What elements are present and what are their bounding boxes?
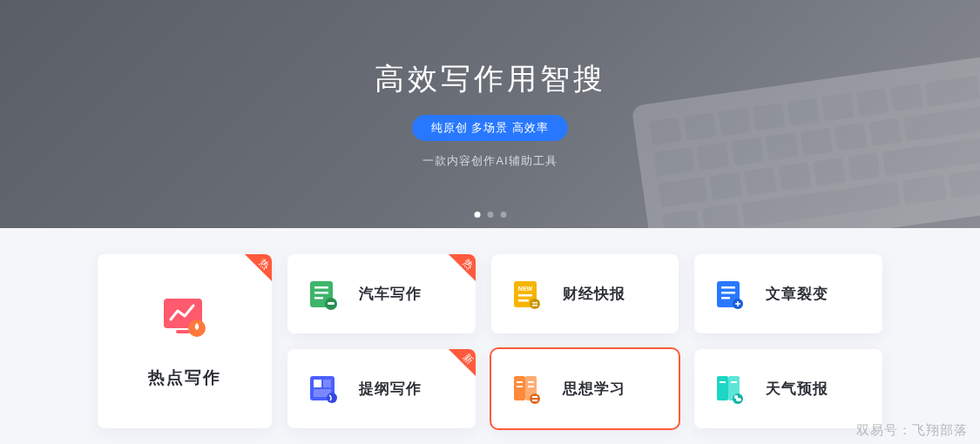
car-doc-icon (307, 278, 340, 311)
card-finance-news[interactable]: NEW 财经快报 (491, 254, 679, 333)
svg-rect-61 (528, 386, 534, 387)
svg-rect-65 (717, 376, 728, 400)
svg-rect-45 (532, 305, 537, 306)
svg-rect-60 (517, 386, 523, 387)
svg-rect-63 (532, 396, 537, 398)
card-title: 天气预报 (766, 379, 828, 399)
svg-rect-14 (800, 128, 833, 156)
card-title: 提纲写作 (359, 379, 422, 399)
card-title: 财经快报 (563, 284, 625, 304)
svg-rect-11 (697, 142, 730, 170)
new-corner-badge: 新 (437, 349, 476, 387)
svg-rect-59 (528, 381, 534, 383)
svg-rect-56 (514, 376, 525, 400)
svg-rect-36 (314, 297, 323, 299)
outline-icon (307, 373, 340, 406)
hero-banner: 高效写作用智搜 纯原创 多场景 高效率 一款内容创作AI辅助工具 (0, 0, 980, 228)
svg-rect-48 (721, 292, 735, 294)
carousel-dots[interactable] (474, 212, 506, 218)
svg-rect-64 (532, 400, 537, 401)
hot-corner-badge: 热 (437, 254, 476, 293)
svg-rect-6 (821, 93, 855, 121)
card-car-writing[interactable]: 热 汽车写作 (287, 254, 476, 333)
svg-rect-42 (518, 299, 529, 302)
svg-point-71 (736, 398, 741, 401)
svg-point-43 (530, 299, 540, 309)
svg-rect-21 (779, 162, 812, 190)
card-title: 汽车写作 (359, 284, 422, 304)
svg-rect-2 (684, 112, 717, 140)
weather-icon (713, 373, 747, 406)
svg-rect-1 (649, 118, 682, 145)
svg-point-62 (530, 394, 540, 404)
svg-rect-47 (721, 286, 735, 289)
svg-rect-53 (323, 380, 331, 387)
svg-rect-5 (787, 98, 821, 125)
svg-rect-13 (766, 132, 799, 160)
svg-rect-38 (328, 302, 335, 305)
svg-rect-67 (720, 381, 726, 383)
card-title: 文章裂变 (766, 284, 828, 304)
card-title: 思想学习 (563, 379, 625, 399)
card-title: 热点写作 (148, 367, 221, 389)
hot-writing-icon (160, 293, 209, 342)
card-weather-forecast[interactable]: 天气预报 (694, 349, 882, 428)
svg-rect-31 (176, 330, 190, 333)
hot-corner-badge: 热 (233, 254, 272, 293)
svg-rect-22 (813, 158, 846, 185)
svg-rect-58 (517, 381, 523, 383)
svg-rect-52 (314, 380, 321, 387)
card-hot-writing[interactable]: 热 热点写作 (98, 254, 272, 428)
svg-rect-12 (731, 138, 764, 165)
hero-badge: 纯原创 多场景 高效率 (412, 115, 568, 141)
svg-rect-16 (869, 118, 902, 146)
svg-rect-20 (744, 167, 777, 195)
split-doc-icon (713, 278, 747, 311)
book-icon (510, 373, 544, 406)
svg-rect-34 (314, 286, 328, 289)
svg-rect-23 (848, 152, 881, 180)
dot-2[interactable] (487, 212, 493, 218)
svg-text:NEW: NEW (518, 286, 533, 292)
card-thought-study[interactable]: 思想学习 (491, 349, 679, 428)
svg-rect-68 (731, 381, 737, 383)
dot-1[interactable] (474, 212, 480, 218)
svg-rect-15 (835, 123, 868, 151)
svg-rect-7 (856, 88, 889, 116)
card-outline-writing[interactable]: 新 提纲写作 (287, 349, 476, 428)
svg-rect-8 (890, 84, 923, 111)
hero-subtitle: 一款内容创作AI辅助工具 (422, 153, 557, 169)
svg-rect-35 (314, 292, 328, 294)
finance-new-icon: NEW (510, 278, 544, 311)
dot-3[interactable] (500, 212, 506, 218)
svg-rect-49 (721, 297, 730, 299)
watermark-text: 双易号：飞翔部落 (856, 422, 968, 439)
svg-rect-41 (518, 294, 532, 297)
svg-rect-44 (532, 302, 537, 304)
keyboard-illustration (629, 38, 980, 228)
cards-grid: 热 热点写作 热 汽车写作 NEW (0, 228, 980, 428)
svg-point-55 (327, 393, 337, 403)
svg-rect-19 (710, 172, 743, 200)
svg-rect-4 (753, 103, 786, 131)
card-article-split[interactable]: 文章裂变 (694, 254, 882, 333)
hero-title: 高效写作用智搜 (375, 59, 606, 99)
svg-rect-3 (718, 108, 751, 136)
